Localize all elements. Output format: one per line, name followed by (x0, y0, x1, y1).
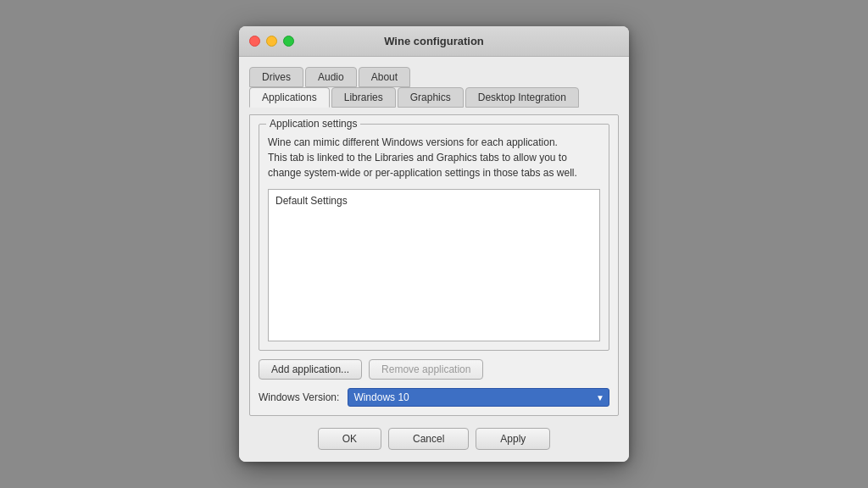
traffic-lights (249, 36, 294, 47)
tab-graphics[interactable]: Graphics (398, 87, 464, 108)
tab-desktop-integration[interactable]: Desktop Integration (465, 87, 579, 108)
group-box-legend: Application settings (266, 118, 360, 130)
minimize-button[interactable] (266, 36, 277, 47)
tab-drives[interactable]: Drives (249, 67, 303, 87)
maximize-button[interactable] (283, 36, 294, 47)
titlebar: Wine configuration (239, 26, 629, 57)
add-application-button[interactable]: Add application... (259, 359, 362, 380)
window-title: Wine configuration (384, 35, 484, 47)
application-settings-description: Wine can mimic different Windows version… (268, 135, 600, 180)
wine-configuration-window: Wine configuration Drives Audio About Ap… (239, 26, 629, 462)
remove-application-button[interactable]: Remove application (369, 359, 483, 380)
ok-button[interactable]: OK (318, 428, 381, 450)
close-button[interactable] (249, 36, 260, 47)
top-tabs-row: Drives Audio About (249, 67, 619, 87)
tab-about[interactable]: About (359, 67, 410, 87)
window-content: Drives Audio About Applications Librarie… (239, 57, 629, 462)
tab-applications[interactable]: Applications (249, 87, 330, 108)
windows-version-label: Windows Version: (259, 391, 339, 403)
windows-version-row: Windows Version: Windows 10 Windows 8.1 … (259, 388, 609, 407)
tab-libraries[interactable]: Libraries (331, 87, 396, 108)
tab-audio[interactable]: Audio (305, 67, 357, 87)
description-line1: Wine can mimic different Windows version… (268, 136, 558, 148)
application-list[interactable]: Default Settings (268, 189, 600, 341)
bottom-tabs-row: Applications Libraries Graphics Desktop … (249, 87, 619, 108)
windows-version-select[interactable]: Windows 10 Windows 8.1 Windows 8 Windows… (348, 388, 609, 407)
cancel-button[interactable]: Cancel (388, 428, 469, 450)
apply-button[interactable]: Apply (476, 428, 550, 450)
description-line3: change system-wide or per-application se… (268, 167, 577, 179)
list-item[interactable]: Default Settings (272, 193, 596, 208)
description-line2: This tab is linked to the Libraries and … (268, 152, 567, 164)
main-panel: Application settings Wine can mimic diff… (249, 114, 619, 416)
bottom-buttons-row: OK Cancel Apply (249, 428, 619, 450)
windows-version-wrapper: Windows 10 Windows 8.1 Windows 8 Windows… (348, 388, 609, 407)
app-buttons-row: Add application... Remove application (259, 359, 609, 380)
application-settings-group: Application settings Wine can mimic diff… (259, 124, 609, 351)
